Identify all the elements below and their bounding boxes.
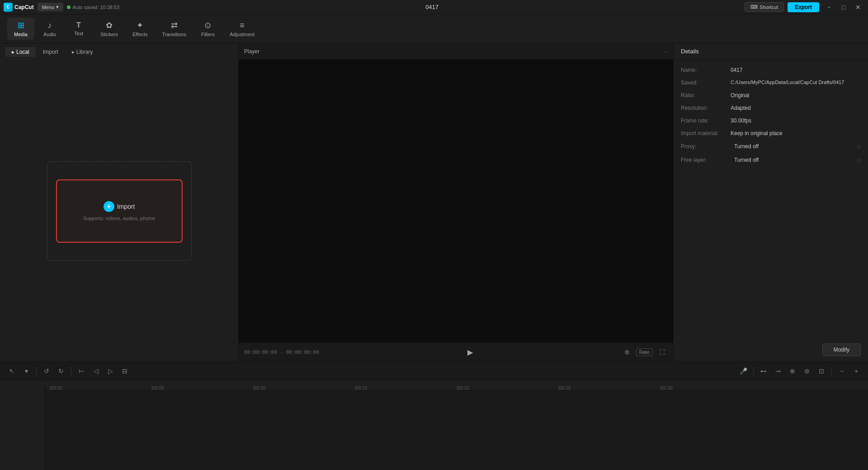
detail-value-framerate: 30.00fps [731,118,861,124]
menu-arrow: ▾ [56,4,59,10]
trim-right-button[interactable]: ▷ [104,365,117,377]
cursor-tool-button[interactable]: ↖ [5,365,18,377]
toolbar-label-filters: Filters [201,32,215,37]
left-panel-content: + Import Supports: videos, audios, photo… [0,61,238,362]
toolbar-item-audio[interactable]: ♪ Audio [36,18,63,40]
ruler-label-3: |00:15 [355,385,368,390]
zoom-out-button[interactable]: − [835,365,848,377]
detail-label-free-layer: Free layer: [681,157,731,163]
filters-icon: ⊙ [204,20,211,30]
maximize-button[interactable]: □ [837,2,850,12]
window-controls: － □ ✕ [823,2,864,12]
ruler-label-6: |00:30 [660,385,673,390]
mic-button[interactable]: 🎤 [737,365,750,377]
transitions-icon: ⇄ [171,20,178,30]
export-button[interactable]: Export [788,2,819,12]
ratio-button[interactable]: Ratio [636,348,653,356]
shortcut-button[interactable]: ⌨ Shortcut [745,2,784,12]
ruler-mark-5: |00:25 [558,385,571,390]
proxy-toggle-icon[interactable]: ○ [857,143,861,150]
minimize-button[interactable]: － [823,2,835,12]
player-panel: Player ··· 00:00:00:00 - 00:00:00:00 ▶ ⚙… [239,43,674,362]
modify-button[interactable]: Modify [822,343,861,356]
adjustment-icon: ≡ [240,21,245,30]
import-plus-icon: + [104,201,114,212]
details-title: Details [681,48,699,55]
close-button[interactable]: ✕ [852,2,864,12]
project-title: 0417 [425,4,439,10]
free-layer-toggle-icon[interactable]: ○ [857,156,861,164]
import-btn-label: Import [117,203,135,210]
align-button[interactable]: ⊜ [801,365,813,377]
nav-label-local: Local [16,49,29,55]
toolbar-item-filters[interactable]: ⊙ Filters [194,18,222,40]
detail-row-free-layer: Free layer: Turned off ○ [681,156,861,164]
detail-row-import-material: Import material: Keep in original place [681,130,861,136]
ruler-mark-1: |00:05 [151,385,164,390]
nav-item-local[interactable]: ▸ Local [5,47,36,57]
autosave-indicator: Auto saved: 10:38:53 [67,5,119,10]
shortcut-icon: ⌨ [750,4,758,10]
player-content [239,60,673,343]
import-sub-label: Supports: videos, audios, photos [83,216,156,221]
keyframe-button[interactable]: ⊷ [757,365,770,377]
undo-button[interactable]: ↺ [40,365,53,377]
toolbar-item-text[interactable]: T Text [65,19,92,39]
titlebar-right: ⌨ Shortcut Export － □ ✕ [745,2,864,12]
timeline-right-tools: 🎤 ⊷ ⊸ ⊗ ⊜ ⊡ − + [737,365,863,377]
toolbar-item-transitions[interactable]: ⇄ Transitions [156,18,193,40]
player-right-controls: ⚙ Ratio ⛶ [622,348,668,357]
toolbar-item-adjustment[interactable]: ≡ Adjustment [223,18,261,40]
ruler-mark-0: |00:00 [50,385,62,390]
toolbar-divider-1 [36,367,37,376]
delete-button[interactable]: ⊟ [118,365,131,377]
trim-left-button[interactable]: ◁ [90,365,102,377]
detail-value-name: 0417 [731,67,861,73]
split-audio-button[interactable]: ⊸ [772,365,784,377]
autosave-text: Auto saved: 10:38:53 [72,5,119,10]
titlebar: C CapCut Menu ▾ Auto saved: 10:38:53 041… [0,0,868,14]
detail-label-proxy: Proxy: [681,143,731,150]
details-header: Details [674,43,868,60]
settings-button[interactable]: ⚙ [622,348,632,357]
detail-row-resolution: Resolution: Adapted [681,105,861,111]
toolbar-item-effects[interactable]: ✦ Effects [126,18,154,40]
play-button[interactable]: ▶ [465,347,476,358]
timeline-ruler: |00:00 |00:05 |00:10 |00:15 |00:20 |00:2… [45,380,868,391]
fullscreen-button[interactable]: ⛶ [656,348,668,357]
captions-button[interactable]: ⊡ [815,365,828,377]
redo-button[interactable]: ↻ [55,365,67,377]
main-area: ▸ Local Import ▸ Library + Import Suppor… [0,43,868,362]
detail-value-proxy: Turned off [734,143,854,150]
toolbar-divider-4 [831,367,832,376]
detail-value-saved: C:/Users/MyPC/AppData/Local/CapCut Draft… [731,80,861,85]
detail-value-free-layer: Turned off [734,157,854,163]
toolbar-label-stickers: Stickers [100,32,118,37]
toolbar-divider-2 [71,367,71,376]
ruler-label-2: |00:10 [253,385,266,390]
logo-icon: C [4,3,13,12]
nav-item-import[interactable]: Import [37,47,65,57]
detail-label-name: Name: [681,67,731,73]
app-logo: C CapCut [4,3,34,12]
nav-arrow-local: ▸ [12,49,14,55]
split-button[interactable]: ⊢ [75,365,88,377]
cursor-dropdown-button[interactable]: ▾ [20,365,33,377]
detail-value-ratio: Original [731,92,861,99]
toolbar-item-media[interactable]: ⊞ Media [7,18,34,40]
zoom-in-button[interactable]: + [850,365,863,377]
toolbar-label-effects: Effects [132,32,147,37]
menu-button[interactable]: Menu ▾ [38,3,64,11]
detail-row-ratio: Ratio: Original [681,92,861,99]
toolbar-item-stickers[interactable]: ✿ Stickers [94,18,124,40]
import-area[interactable]: + Import Supports: videos, audios, photo… [56,179,183,243]
media-icon: ⊞ [18,20,24,30]
ruler-label-4: |00:20 [457,385,469,390]
timeline-sidebar [0,380,45,470]
detail-label-framerate: Frame rate: [681,118,731,124]
nav-item-library[interactable]: ▸ Library [66,47,99,57]
details-panel: Details Name: 0417 Saved: C:/Users/MyPC/… [674,43,868,362]
player-header: Player ··· [239,43,673,60]
toolbar-divider-3 [753,367,754,376]
link-button[interactable]: ⊗ [786,365,799,377]
